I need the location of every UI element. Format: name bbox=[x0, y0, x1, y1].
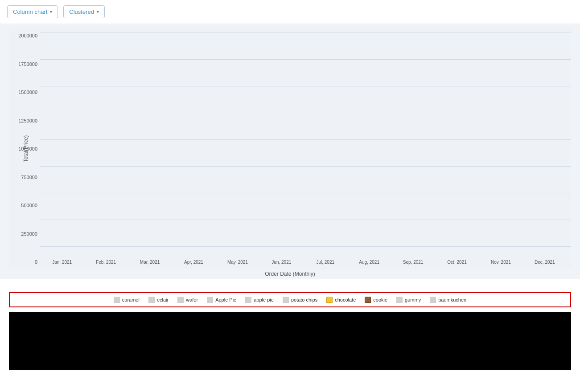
legend-swatch bbox=[245, 297, 251, 303]
chart-area: Total(Price) 0 250000 500000 750000 1000… bbox=[0, 24, 580, 279]
legend-item: wafer bbox=[177, 297, 198, 303]
y-label-2m: 2000000 bbox=[9, 33, 40, 38]
x-axis: Jan, 2021Feb, 2021Mar, 2021Apr, 2021May,… bbox=[40, 260, 567, 265]
legend-label: cookie bbox=[373, 297, 387, 302]
cluster-dropdown[interactable]: Clustered ▾ bbox=[63, 5, 105, 18]
legend-swatch bbox=[365, 297, 371, 303]
y-label-750k: 750000 bbox=[9, 175, 40, 180]
x-label: Jun, 2021 bbox=[259, 260, 303, 265]
x-label: Oct, 2021 bbox=[435, 260, 479, 265]
x-label: Jan, 2021 bbox=[40, 260, 84, 265]
y-label-0: 0 bbox=[9, 259, 40, 265]
chart-type-chevron: ▾ bbox=[50, 9, 52, 14]
legend-item: baumkuchen bbox=[430, 297, 466, 303]
chart-wrapper: Total(Price) 0 250000 500000 750000 1000… bbox=[9, 29, 571, 269]
legend-swatch bbox=[283, 297, 289, 303]
legend-swatch bbox=[430, 297, 436, 303]
legend-item: Apple Pie bbox=[207, 297, 236, 303]
legend-label: potato chips bbox=[291, 297, 317, 302]
legend-swatch bbox=[177, 297, 184, 303]
legend-swatch bbox=[326, 297, 333, 303]
legend-item: caramel bbox=[114, 297, 140, 303]
legend-box: carameleclairwaferApple Pieapple piepota… bbox=[9, 292, 571, 307]
x-label: Sep, 2021 bbox=[391, 260, 435, 265]
legend-label: wafer bbox=[186, 297, 198, 302]
y-label-250k: 250000 bbox=[9, 231, 40, 237]
x-label: Feb, 2021 bbox=[84, 260, 128, 265]
x-axis-title: Order Date (Monthly) bbox=[9, 269, 571, 279]
bars-area bbox=[40, 33, 567, 247]
y-label-15m: 1500000 bbox=[9, 90, 40, 95]
legend-item: gummy bbox=[396, 297, 421, 303]
legend-item: apple pie bbox=[245, 297, 274, 303]
legend-label: Apple Pie bbox=[215, 297, 236, 302]
legend-label: baumkuchen bbox=[438, 297, 466, 302]
legend-swatch bbox=[396, 297, 403, 303]
legend-item: potato chips bbox=[283, 297, 317, 303]
legend-label: caramel bbox=[122, 297, 140, 302]
legend-swatch bbox=[207, 297, 213, 303]
y-label-125m: 1250000 bbox=[9, 118, 40, 123]
x-label: Dec, 2021 bbox=[523, 260, 567, 265]
legend-swatch bbox=[148, 297, 155, 303]
legend-swatch bbox=[114, 297, 120, 303]
y-axis-title: Total(Price) bbox=[23, 135, 29, 163]
x-label: Jul, 2021 bbox=[304, 260, 347, 265]
y-label-175m: 1750000 bbox=[9, 61, 40, 67]
legend-label: eclair bbox=[157, 297, 169, 302]
legend-item: chocolate bbox=[326, 297, 356, 303]
cluster-label: Clustered bbox=[69, 8, 94, 15]
top-bar: Column chart ▾ Clustered ▾ bbox=[0, 0, 580, 24]
cluster-chevron: ▾ bbox=[97, 9, 99, 14]
x-label: Nov, 2021 bbox=[479, 260, 522, 265]
x-label: Mar, 2021 bbox=[128, 260, 172, 265]
y-label-500k: 500000 bbox=[9, 203, 40, 208]
legend-connector bbox=[290, 279, 290, 288]
black-banner bbox=[9, 312, 571, 370]
chart-container: 0 250000 500000 750000 1000000 1250000 1… bbox=[9, 29, 571, 269]
chart-type-label: Column chart bbox=[13, 8, 47, 15]
legend-label: apple pie bbox=[254, 297, 274, 302]
legend-item: eclair bbox=[148, 297, 169, 303]
legend-label: gummy bbox=[405, 297, 421, 302]
x-label: May, 2021 bbox=[216, 260, 259, 265]
chart-type-dropdown[interactable]: Column chart ▾ bbox=[7, 5, 58, 18]
x-label: Apr, 2021 bbox=[172, 260, 215, 265]
legend-label: chocolate bbox=[335, 297, 356, 302]
legend-item: cookie bbox=[365, 297, 387, 303]
x-label: Aug, 2021 bbox=[347, 260, 391, 265]
